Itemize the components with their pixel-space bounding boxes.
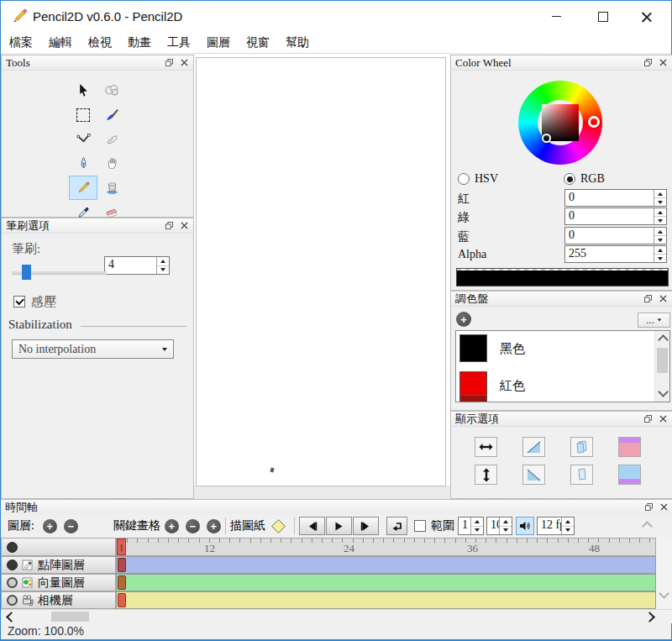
palette-scrollbar[interactable] [654,331,669,402]
onion-skin-icon[interactable] [271,519,286,533]
vector-track[interactable] [116,574,656,591]
menu-file[interactable]: 檔案 [9,35,33,50]
onion-next-button[interactable] [570,465,593,485]
brush-tool-button[interactable] [97,102,126,127]
layer-visible-toggle[interactable] [7,560,18,570]
float-panel-button[interactable] [164,57,175,68]
float-panel-button[interactable] [643,413,654,424]
spin-arrows[interactable] [561,518,574,534]
onion-next-tint-button[interactable] [618,465,641,485]
palette-list[interactable]: 黑色 紅色 [455,330,670,402]
hue-marker[interactable] [588,116,600,128]
color-wheel-titlebar[interactable]: Color Wheel [451,55,672,71]
brush-panel-titlebar[interactable]: 筆刷選項 [2,218,193,234]
onion-prev-tint-button[interactable] [618,437,641,457]
add-keyframe-button[interactable]: + [165,519,179,533]
mirror-horizontal-button[interactable] [522,437,545,457]
layer-visible-toggle[interactable] [7,577,18,588]
swatch-darkred[interactable] [459,395,487,402]
hand-tool-button[interactable] [97,151,126,176]
title-bar[interactable]: Pencil2D v0.6.0 - Pencil2D [1,1,671,32]
menu-tools[interactable]: 工具 [167,35,191,50]
menu-view[interactable]: 檢視 [88,35,112,50]
tracks-vertical-scrollbar[interactable] [656,538,671,609]
scroll-right-icon[interactable] [644,612,655,623]
layer-row-bitmap[interactable]: 點陣圖層 [1,556,116,574]
remove-keyframe-button[interactable]: − [186,519,200,533]
duplicate-keyframe-button[interactable]: + [207,519,221,533]
sv-marker[interactable] [542,134,551,143]
polyline-tool-button[interactable] [69,127,97,151]
scroll-up-icon[interactable] [658,334,669,345]
menu-edit[interactable]: 編輯 [49,35,72,50]
close-panel-button[interactable] [659,502,669,512]
camera-track[interactable] [116,591,656,609]
spin-arrows[interactable] [654,228,666,244]
menu-layer[interactable]: 圖層 [207,35,230,50]
brush-width-slider-handle[interactable] [22,265,31,280]
remove-layer-button[interactable]: − [64,519,78,533]
float-panel-button[interactable] [643,57,654,68]
next-frame-button[interactable] [353,517,379,535]
drawing-canvas[interactable] [196,57,446,486]
palette-more-button[interactable]: ... [638,313,670,328]
stabilization-combobox[interactable]: No interpolation [12,339,174,359]
current-frame-marker[interactable]: 1 [117,539,126,555]
menu-window[interactable]: 視窗 [246,35,270,50]
tools-panel-titlebar[interactable]: Tools [2,55,193,71]
range-checkbox[interactable] [414,520,426,532]
close-button[interactable] [627,1,666,32]
blue-spinbox[interactable]: 0 [564,227,667,244]
flip-horizontal-button[interactable] [475,437,497,457]
pencil-tool-button[interactable] [69,176,97,200]
play-button[interactable] [326,517,352,535]
close-panel-button[interactable] [179,57,190,68]
keyframe-marker[interactable] [118,558,126,572]
layer-visible-toggle[interactable] [7,595,18,606]
scroll-down-icon[interactable] [658,386,669,397]
bucket-tool-button[interactable] [97,176,126,200]
close-panel-button[interactable] [658,57,669,68]
timeline-titlebar[interactable]: 時間軸 [1,500,672,515]
scroll-down-icon[interactable] [659,588,669,599]
layer-row-camera[interactable]: 相機層 [1,591,116,609]
scrollbar-thumb[interactable] [657,348,668,373]
display-titlebar[interactable]: 顯示選項 [451,412,672,427]
sound-toggle-button[interactable] [516,517,534,535]
timeline-ruler[interactable]: 12 24 36 48 1 [116,538,656,556]
all-layers-header-cell[interactable] [1,538,116,556]
bitmap-track[interactable] [116,556,656,574]
maximize-button[interactable] [584,1,622,32]
prev-frame-button[interactable] [299,517,325,535]
toolbar-scroll-up-icon[interactable] [642,521,653,532]
onion-prev-button[interactable] [570,437,593,457]
minimize-button[interactable] [537,1,575,32]
all-visible-toggle[interactable] [7,542,18,553]
menu-animation[interactable]: 動畫 [128,35,151,50]
float-panel-button[interactable] [164,220,175,231]
pressure-checkbox[interactable] [13,296,25,307]
add-layer-button[interactable]: + [43,519,57,533]
green-spinbox[interactable]: 0 [564,208,667,225]
select-tool-button[interactable] [69,102,97,127]
loop-button[interactable] [386,517,407,535]
timeline-horizontal-scrollbar[interactable] [1,609,672,623]
flip-vertical-button[interactable] [475,465,497,485]
smudge-tool-button[interactable] [97,127,126,151]
hsv-radio[interactable] [458,173,470,185]
alpha-spinbox[interactable]: 255 [564,245,667,263]
spin-arrows[interactable] [470,518,483,534]
range-start-spinbox[interactable]: 1 [458,517,484,535]
menu-help[interactable]: 幫助 [286,35,309,50]
swatch-black[interactable] [459,334,487,362]
palette-titlebar[interactable]: 調色盤 [451,292,672,307]
spin-arrows[interactable] [499,518,512,534]
clay-tool-button[interactable] [97,78,126,102]
float-panel-button[interactable] [643,293,654,304]
move-tool-button[interactable] [69,78,97,102]
red-spinbox[interactable]: 0 [564,189,667,207]
close-panel-button[interactable] [658,413,669,424]
spin-arrows[interactable] [654,208,666,224]
mirror-vertical-button[interactable] [522,465,545,485]
pen-tool-button[interactable] [69,151,97,176]
